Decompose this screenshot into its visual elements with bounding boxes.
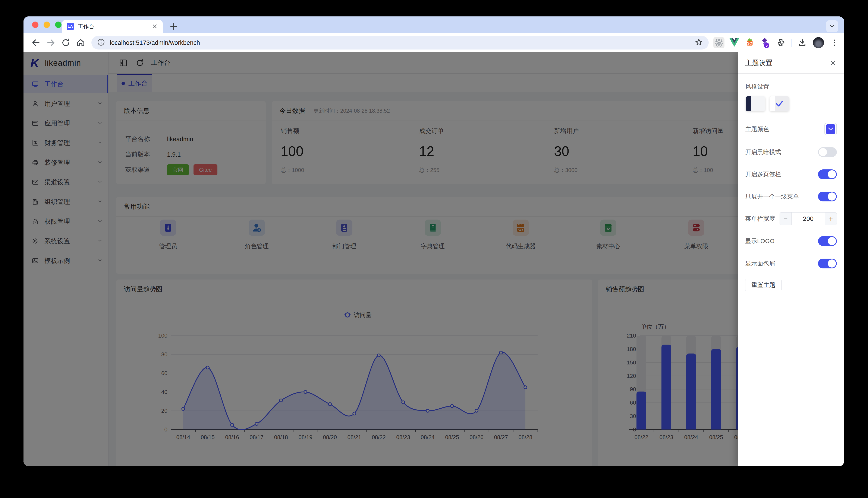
multi-tabs-toggle[interactable]: [818, 169, 837, 179]
plus-button[interactable]: +: [825, 212, 837, 225]
menu-width-stepper: − 200 +: [780, 212, 837, 225]
theme-settings-drawer: 主题设置 风格设置 主题颜色: [738, 52, 844, 466]
address-bar[interactable]: localhost:5173/admin/workbench: [91, 36, 709, 50]
new-tab-button[interactable]: [169, 22, 179, 31]
dark-mode-toggle[interactable]: [818, 147, 837, 157]
menu-width-label: 菜单栏宽度: [745, 215, 775, 223]
show-breadcrumb-label: 显示面包屑: [745, 260, 775, 267]
browser-window: LA 工作台 localhost:5173/admin/workbench SQ…: [24, 16, 844, 466]
minus-button[interactable]: −: [780, 212, 791, 225]
browser-tab[interactable]: LA 工作台: [62, 20, 163, 33]
bookmark-star-icon[interactable]: [694, 38, 703, 47]
close-window-button[interactable]: [32, 22, 38, 28]
dark-mode-label: 开启黑暗模式: [745, 148, 781, 156]
tab-title: 工作台: [78, 23, 152, 30]
browser-menu-button[interactable]: [829, 37, 840, 48]
gem-extension-icon[interactable]: 5: [760, 37, 770, 48]
toolbar-divider: [792, 39, 792, 47]
theme-color-swatch: [826, 124, 835, 134]
show-breadcrumb-toggle[interactable]: [818, 259, 837, 268]
drawer-modal-overlay[interactable]: [24, 52, 844, 466]
profile-avatar[interactable]: [813, 37, 824, 48]
react-devtools-icon[interactable]: [713, 37, 725, 48]
vue-devtools-icon[interactable]: [729, 37, 740, 48]
url-text: localhost:5173/admin/workbench: [110, 39, 694, 46]
style-section-label: 风格设置: [745, 82, 769, 91]
svg-text:SQ: SQ: [747, 41, 752, 45]
tab-favicon: LA: [67, 23, 74, 30]
browser-toolbar: localhost:5173/admin/workbench SQ 5: [24, 33, 844, 52]
chevron-down-icon: [828, 127, 833, 131]
drawer-title: 主题设置: [745, 58, 829, 68]
reset-theme-button[interactable]: 重置主题: [745, 279, 781, 291]
theme-color-picker[interactable]: [825, 123, 837, 135]
site-info-icon[interactable]: [97, 38, 105, 47]
browser-tab-strip: LA 工作台: [24, 16, 844, 33]
multi-tabs-label: 开启多页签栏: [745, 170, 781, 179]
drawer-close-icon[interactable]: [829, 59, 837, 67]
tab-search-button[interactable]: [826, 20, 838, 32]
show-logo-toggle[interactable]: [818, 236, 837, 246]
style-option-light-selected[interactable]: [769, 96, 789, 111]
style-option-dark-sidebar[interactable]: [745, 96, 765, 111]
single-menu-toggle[interactable]: [818, 192, 837, 201]
likeadmin-app: K likeadmin 工作台用户管理应用管理财务管理装修管理渠道设置组织管理权…: [24, 52, 844, 466]
sq-extension-icon[interactable]: SQ: [744, 37, 755, 48]
forward-button[interactable]: [45, 37, 57, 49]
reload-button[interactable]: [60, 37, 72, 49]
zoom-window-button[interactable]: [55, 22, 62, 28]
menu-width-value[interactable]: 200: [791, 212, 825, 225]
downloads-button[interactable]: [797, 37, 808, 48]
home-button[interactable]: [75, 37, 87, 49]
theme-color-label: 主题颜色: [745, 125, 769, 133]
svg-text:5: 5: [765, 43, 768, 48]
back-button[interactable]: [30, 37, 42, 49]
minimize-window-button[interactable]: [43, 22, 50, 28]
single-menu-label: 只展开一个一级菜单: [745, 193, 799, 200]
show-logo-label: 显示LOGO: [745, 237, 775, 245]
tab-close-icon[interactable]: [152, 23, 158, 30]
check-icon: [775, 100, 784, 107]
extensions-puzzle-icon[interactable]: [775, 37, 787, 48]
